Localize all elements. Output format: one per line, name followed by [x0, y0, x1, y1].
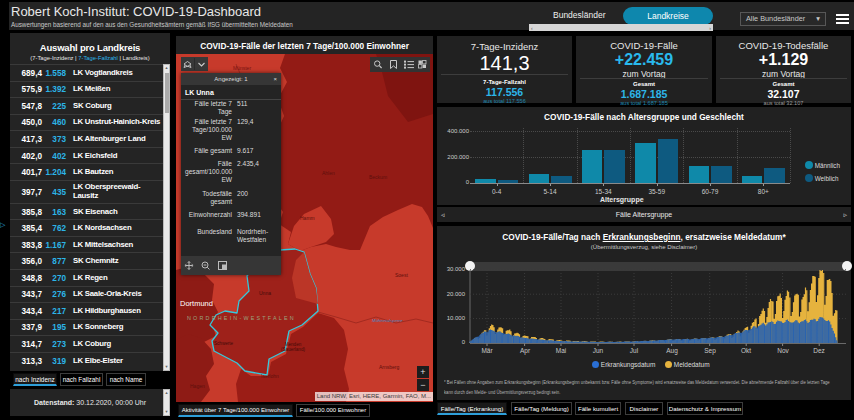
svg-text:Schwerte: Schwerte	[214, 341, 234, 346]
svg-text:Beckum: Beckum	[369, 174, 387, 180]
svg-text:Iserlohn: Iserlohn	[261, 373, 279, 379]
svg-text:Dortmund: Dortmund	[180, 299, 213, 308]
svg-text:Unna: Unna	[259, 290, 271, 296]
svg-text:Hamm: Hamm	[300, 215, 315, 221]
svg-text:Möhnetalsperre: Möhnetalsperre	[372, 318, 403, 323]
svg-text:Hagen: Hagen	[190, 383, 205, 389]
svg-text:Arnsberg: Arnsberg	[379, 364, 400, 370]
svg-text:NORDRHEIN-WESTFALEN: NORDRHEIN-WESTFALEN	[187, 315, 296, 321]
svg-text:Münster: Münster	[233, 65, 251, 71]
svg-text:Soest: Soest	[395, 272, 408, 278]
svg-text:Ahlen: Ahlen	[322, 170, 335, 176]
svg-text:(Sauerland): (Sauerland)	[281, 347, 305, 352]
